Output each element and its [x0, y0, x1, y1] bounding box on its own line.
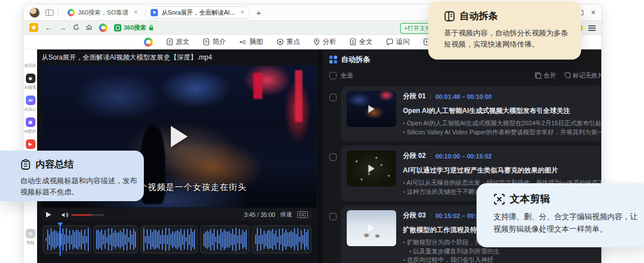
ai-assistant-icon[interactable] [99, 24, 107, 32]
target-icon [276, 38, 284, 46]
workspace-icon[interactable] [46, 10, 53, 16]
callout-body: 自动生成视频标题和内容描述，发布视频标题不焦虑。 [20, 175, 140, 198]
waveform-segment[interactable] [200, 225, 250, 253]
back-icon[interactable]: ← [45, 24, 52, 31]
forward-icon[interactable]: → [59, 24, 66, 31]
segment-timerange: 00:01:48 – 00:10:00 [436, 93, 492, 100]
waveform-bar [246, 230, 247, 250]
waveform-bar [150, 229, 151, 250]
waveform-bar [54, 230, 55, 250]
waveform-segment[interactable] [140, 225, 198, 253]
tab-sora-video[interactable]: 从Sora展开，全面解读AI... × [146, 6, 250, 19]
tab-analysis[interactable]: 分析 [314, 37, 336, 47]
segment-thumbnail[interactable] [347, 151, 396, 187]
play-icon [369, 224, 375, 232]
callout-auto-split: 自动拆条 基于视频内容，自动拆分长视频为多条短视频，实现快速网络传播。 [428, 1, 581, 60]
waveform-bar [306, 232, 307, 247]
sidebar-item-agent[interactable]: ◍ 智能 [26, 229, 35, 246]
close-icon[interactable]: × [591, 8, 596, 16]
reload-icon[interactable] [73, 24, 79, 31]
waveform-bar [291, 230, 292, 248]
video-favicon [151, 9, 158, 16]
waveform-bar [203, 233, 205, 246]
select-all-checkbox[interactable] [329, 72, 337, 79]
waveform-segment[interactable] [43, 225, 91, 253]
sidebar-item-ai-image[interactable]: ▣ AI图片 [24, 117, 37, 134]
merge-button[interactable]: 合并 [535, 71, 556, 80]
tab-intro[interactable]: 简介 [203, 37, 226, 47]
profile-avatar[interactable] [29, 7, 40, 18]
waveform-bar [96, 230, 97, 249]
callout-body: 基于视频内容，自动拆分长视频为多条短视频，实现快速网络传播。 [444, 28, 574, 50]
lock-icon [148, 25, 154, 31]
play-overlay-icon[interactable] [171, 126, 188, 147]
sidebar-item-knowledge[interactable]: 知识库 [24, 52, 37, 69]
audio-waveform-timeline[interactable] [42, 225, 312, 257]
waveform-bar [260, 228, 261, 251]
tab-fulltext[interactable]: 全文 [350, 37, 373, 47]
waveform-bar [208, 232, 210, 247]
volume-slider[interactable] [71, 214, 104, 216]
waveform-bar [225, 231, 226, 248]
tab-360-search[interactable]: 360搜索，SO靠谱 × [63, 6, 142, 19]
tab-highlights[interactable]: 重点 [276, 37, 300, 47]
waveform-bar [118, 232, 119, 247]
segment-thumbnail[interactable] [347, 210, 396, 246]
waveform-bar [217, 230, 218, 250]
waveform-segment[interactable] [93, 225, 138, 253]
chat-icon [386, 39, 393, 46]
waveform-bar [116, 233, 117, 247]
segment-bullet: 在反向过程中，我们会引入神经 [403, 256, 601, 263]
play-icon [369, 105, 375, 113]
waveform-bar [76, 230, 77, 249]
waveform-bar [232, 229, 233, 251]
segment-thumbnail[interactable] [347, 91, 396, 127]
tab-close-icon[interactable]: × [241, 8, 244, 16]
home-icon[interactable] [86, 24, 92, 31]
volume-control[interactable] [61, 212, 104, 218]
tab-original-text[interactable]: 原文 [166, 37, 189, 47]
play-button[interactable] [46, 212, 51, 217]
waveform-bar [274, 234, 275, 246]
clipboard-icon [20, 159, 31, 170]
site-icon [114, 24, 121, 31]
segment-checkbox[interactable] [329, 94, 337, 101]
waveform-bar [185, 237, 187, 242]
waveform-segment[interactable] [252, 225, 311, 253]
mindmap-icon [239, 39, 247, 46]
sidebar-item-ai-office[interactable]: AI AI办公 [24, 96, 37, 112]
merge-icon [535, 72, 541, 79]
waveform-bar [155, 230, 156, 249]
tab-mindmap[interactable]: 脑图 [239, 37, 263, 47]
waveform-bar [194, 230, 195, 250]
tab-followup[interactable]: 追问 [386, 37, 410, 47]
waveform-bar [282, 228, 283, 251]
segment-card[interactable]: 分段 01 00:01:48 – 00:10:00 Open AI的人工智能AI… [341, 86, 601, 142]
tab-close-icon[interactable]: × [134, 8, 138, 16]
tab-title: 从Sora展开，全面解读AI... [161, 8, 235, 17]
segment-bullet: Open AI的人工智能AI生成式视频大模型在2024年2月15日正式发布引起关… [403, 119, 601, 128]
segment-checkbox[interactable] [329, 213, 337, 220]
new-tab-button[interactable]: + [256, 8, 261, 17]
favicon-360 [67, 9, 75, 16]
waveform-bar [143, 228, 144, 251]
waveform-bar [167, 235, 168, 244]
waveform-bar [160, 235, 161, 244]
waveform-bar [131, 234, 133, 245]
menu-icon[interactable] [588, 25, 596, 31]
waveform-bar [220, 229, 221, 251]
waveform-bar [302, 235, 303, 244]
segment-checkbox[interactable] [329, 153, 337, 161]
site-badge[interactable]: 360搜索 [114, 24, 154, 32]
divider [430, 212, 431, 219]
cc-button[interactable]: CC [297, 211, 308, 218]
waveform-bar [84, 229, 85, 250]
bookmark-star-icon[interactable] [29, 23, 38, 32]
waveform-bar [210, 229, 211, 251]
waveform-bar [169, 228, 170, 251]
ai-browser-logo-icon [144, 38, 153, 47]
mark-invalid-button[interactable]: 标记无效片段 [565, 71, 601, 80]
speed-button[interactable]: 倍速 [280, 211, 292, 219]
waveform-bar [66, 228, 67, 251]
sidebar-item-ai-search[interactable]: ◉ AI搜索 [24, 74, 37, 90]
